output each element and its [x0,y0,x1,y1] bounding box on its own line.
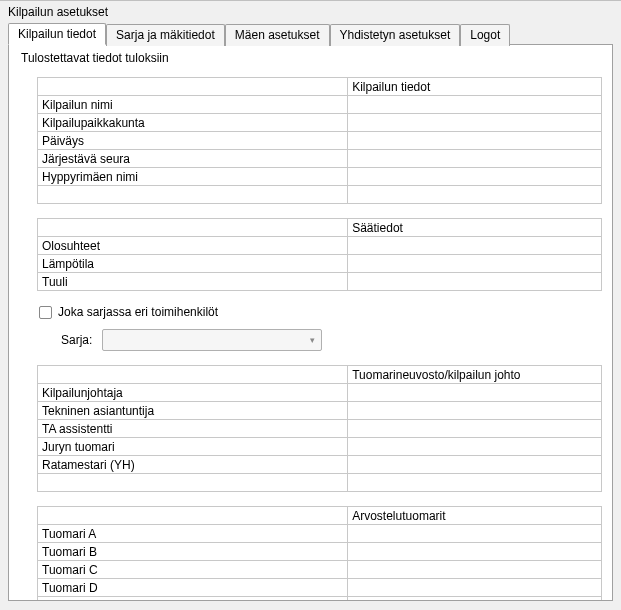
settings-window: Kilpailun asetukset Kilpailun tiedot Sar… [0,0,621,610]
row-value-input[interactable] [348,114,602,132]
judges-table: Arvostelutuomarit Tuomari A Tuomari B Tu… [37,506,602,601]
tab-label: Yhdistetyn asetukset [340,28,451,42]
row-value-input[interactable] [348,237,602,255]
row-label: Päiväys [38,132,348,150]
table-row: Ratamestari (YH) [38,456,602,474]
row-label: Hyppyrimäen nimi [38,168,348,186]
content-heading: Tulostettavat tiedot tuloksiin [21,51,602,65]
tab-series-hill[interactable]: Sarja ja mäkitiedot [106,24,225,46]
table-row [38,186,602,204]
table-row: Hyppyrimäen nimi [38,168,602,186]
table-row: Tuuli [38,273,602,291]
table-row [38,474,602,492]
row-label [38,474,348,492]
tab-label: Kilpailun tiedot [18,27,96,41]
table-row: Tuomari D [38,579,602,597]
row-label: Järjestävä seura [38,150,348,168]
tab-logos[interactable]: Logot [460,24,510,46]
row-label: Tuomari C [38,561,348,579]
row-label: Tuomari E [38,597,348,602]
table-header-weather: Säätiedot [348,219,602,237]
row-label: Tuomari D [38,579,348,597]
row-value-input[interactable] [348,168,602,186]
row-label: Tuomari B [38,543,348,561]
table-row: Kilpailupaikkakunta [38,114,602,132]
table-header-judges: Arvostelutuomarit [348,507,602,525]
window-title: Kilpailun asetukset [0,1,621,21]
table-header-empty [38,78,348,96]
chevron-down-icon: ▾ [310,335,315,345]
tab-competition-info[interactable]: Kilpailun tiedot [8,23,106,45]
row-value-input[interactable] [348,402,602,420]
row-value-input[interactable] [348,438,602,456]
jury-table: Tuomarineuvosto/kilpailun johto Kilpailu… [37,365,602,492]
row-label: Ratamestari (YH) [38,456,348,474]
row-value-input[interactable] [348,420,602,438]
per-series-officials-row: Joka sarjassa eri toimihenkilöt [39,305,602,319]
row-value-input[interactable] [348,525,602,543]
row-label: Kilpailunjohtaja [38,384,348,402]
row-label: Lämpötila [38,255,348,273]
row-value-input[interactable] [348,597,602,602]
tab-strip: Kilpailun tiedot Sarja ja mäkitiedot Mäe… [8,23,613,45]
row-label: Olosuhteet [38,237,348,255]
series-select-row: Sarja: ▾ [61,329,602,351]
table-row: Päiväys [38,132,602,150]
series-select-label: Sarja: [61,333,92,347]
row-value-input[interactable] [348,150,602,168]
table-row: TA assistentti [38,420,602,438]
row-value-input[interactable] [348,474,602,492]
per-series-officials-label: Joka sarjassa eri toimihenkilöt [58,305,218,319]
table-row: Olosuhteet [38,237,602,255]
series-select[interactable]: ▾ [102,329,322,351]
table-row: Tekninen asiantuntija [38,402,602,420]
per-series-officials-checkbox[interactable] [39,306,52,319]
tab-label: Logot [470,28,500,42]
table-header-empty [38,507,348,525]
row-value-input[interactable] [348,186,602,204]
row-value-input[interactable] [348,132,602,150]
table-row: Järjestävä seura [38,150,602,168]
table-row: Tuomari A [38,525,602,543]
competition-info-table: Kilpailun tiedot Kilpailun nimi Kilpailu… [37,77,602,204]
weather-table: Säätiedot Olosuhteet Lämpötila Tuuli [37,218,602,291]
row-label: Tekninen asiantuntija [38,402,348,420]
table-header-competition: Kilpailun tiedot [348,78,602,96]
table-header-jury: Tuomarineuvosto/kilpailun johto [348,366,602,384]
table-row: Tuomari C [38,561,602,579]
row-label: Kilpailupaikkakunta [38,114,348,132]
row-value-input[interactable] [348,255,602,273]
tab-combined-settings[interactable]: Yhdistetyn asetukset [330,24,461,46]
table-row: Juryn tuomari [38,438,602,456]
table-row: Tuomari B [38,543,602,561]
tab-hill-settings[interactable]: Mäen asetukset [225,24,330,46]
row-label: Kilpailun nimi [38,96,348,114]
tab-label: Mäen asetukset [235,28,320,42]
table-header-empty [38,366,348,384]
table-row: Lämpötila [38,255,602,273]
row-value-input[interactable] [348,384,602,402]
row-label [38,186,348,204]
row-value-input[interactable] [348,456,602,474]
tab-label: Sarja ja mäkitiedot [116,28,215,42]
row-value-input[interactable] [348,273,602,291]
table-row: Kilpailunjohtaja [38,384,602,402]
row-value-input[interactable] [348,543,602,561]
row-label: Tuuli [38,273,348,291]
row-value-input[interactable] [348,96,602,114]
table-header-empty [38,219,348,237]
row-label: Tuomari A [38,525,348,543]
row-label: Juryn tuomari [38,438,348,456]
table-row: Tuomari E [38,597,602,602]
table-row: Kilpailun nimi [38,96,602,114]
row-label: TA assistentti [38,420,348,438]
tab-content: Tulostettavat tiedot tuloksiin Kilpailun… [8,45,613,601]
row-value-input[interactable] [348,579,602,597]
row-value-input[interactable] [348,561,602,579]
